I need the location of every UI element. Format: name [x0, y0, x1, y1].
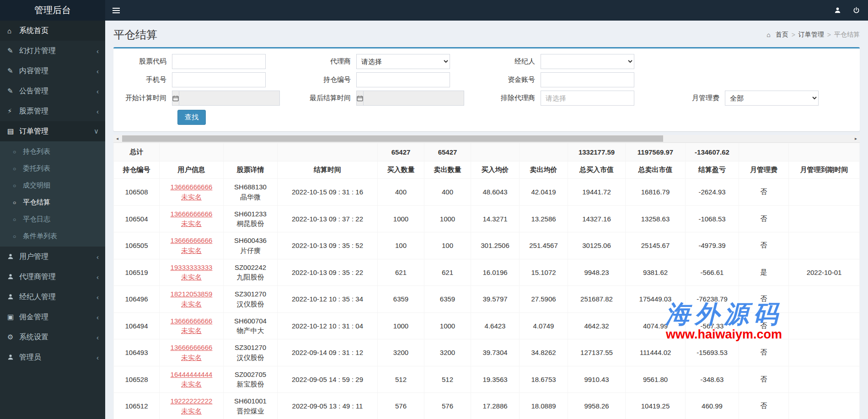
cell-sell_val: 111444.02 [626, 339, 686, 366]
sidebar-subitem-condition-list[interactable]: ○条件单列表 [0, 228, 105, 245]
horizontal-scrollbar[interactable]: ◄ ► [113, 135, 860, 143]
user-verify-link[interactable]: 未实名 [162, 379, 220, 389]
user-verify-link[interactable]: 未实名 [162, 406, 220, 416]
cell-buy_qty: 512 [378, 366, 424, 393]
cell-sell_qty: 512 [424, 366, 471, 393]
sidebar-item-slides[interactable]: ✎幻灯片管理‹ [0, 41, 105, 61]
cell-id: 106494 [114, 312, 160, 339]
cell-fee_expiry [789, 393, 860, 419]
cell-fee_expiry [789, 339, 860, 366]
scroll-left-arrow[interactable]: ◄ [113, 135, 121, 142]
sidebar-item-stocks[interactable]: ⚡股票管理‹ [0, 101, 105, 121]
edit-icon: ✎ [7, 47, 19, 55]
sidebar-item-users[interactable]: 用户管理‹ [0, 247, 105, 267]
scrollbar-track[interactable] [121, 135, 852, 142]
cell-buy_qty: 621 [378, 259, 424, 286]
circle-icon: ○ [13, 216, 23, 223]
circle-icon: ○ [13, 149, 23, 155]
user-verify-link[interactable]: 未实名 [162, 326, 220, 336]
sidebar-subitem-close-settlement[interactable]: ○平仓结算 [0, 194, 105, 211]
circle-icon: ○ [13, 199, 23, 206]
exclude-agent-input[interactable] [541, 91, 634, 106]
position-no-input[interactable] [356, 72, 450, 87]
sidebar-subitem-entrust-list[interactable]: ○委托列表 [0, 160, 105, 177]
user-phone-link[interactable]: 19333333333 [162, 263, 220, 273]
user-phone-link[interactable]: 13666666666 [162, 236, 220, 246]
circle-icon: ○ [13, 166, 23, 172]
search-button[interactable]: 查找 [177, 110, 206, 125]
sidebar-subitem-position-list[interactable]: ○持仓列表 [0, 143, 105, 160]
user-phone-link[interactable]: 13666666666 [162, 343, 220, 353]
fund-account-input[interactable] [541, 72, 634, 87]
cell-pl: -348.63 [686, 366, 739, 393]
user-phone-link[interactable]: 18212053859 [162, 289, 220, 299]
user-verify-link[interactable]: 未实名 [162, 246, 220, 256]
cell-sell_qty: 1000 [424, 205, 471, 232]
chevron-left-icon: ‹ [96, 273, 99, 281]
power-icon[interactable] [853, 7, 860, 14]
user-phone-link[interactable]: 13666666666 [162, 316, 220, 326]
sidebar-subitem-deal-detail[interactable]: ○成交明细 [0, 177, 105, 194]
chevron-left-icon: ‹ [96, 87, 99, 95]
table-row: 10650513666666666未实名SH600436片仔癀2022-10-1… [114, 232, 860, 259]
col-header-buy_val: 总买入市值 [568, 161, 626, 179]
breadcrumb-home-link[interactable]: 首页 [776, 31, 788, 39]
sidebar-item-notice[interactable]: ✎公告管理‹ [0, 81, 105, 101]
total-sell_qty: 65427 [424, 143, 471, 161]
exclude-agent-label: 排除代理商 [487, 94, 541, 102]
sidebar-item-commission[interactable]: ▣佣金管理‹ [0, 307, 105, 327]
cell-buy_qty: 3200 [378, 339, 424, 366]
sidebar-item-system-home[interactable]: ⌂系统首页 [0, 21, 105, 41]
sidebar-item-brokers[interactable]: 经纪人管理‹ [0, 287, 105, 307]
sidebar-item-content[interactable]: ✎内容管理‹ [0, 61, 105, 81]
sidebar-item-orders[interactable]: ▤订单管理∨ [0, 121, 105, 141]
chevron-left-icon: ‹ [96, 107, 99, 115]
user-info-cell: 13666666666未实名 [160, 312, 224, 339]
user-verify-link[interactable]: 未实名 [162, 353, 220, 363]
user-menu-icon[interactable] [834, 7, 841, 14]
breadcrumb-separator: > [792, 31, 795, 38]
breadcrumb-orders-link[interactable]: 订单管理 [798, 31, 824, 39]
start-time-input[interactable] [179, 91, 280, 106]
sidebar-item-admins[interactable]: 管理员‹ [0, 347, 105, 367]
monthly-fee-select[interactable]: 全部 [725, 91, 819, 106]
agent-select[interactable]: 请选择 [356, 54, 450, 69]
cell-sell_avg: 4.0749 [520, 312, 568, 339]
col-header-id: 持仓编号 [114, 161, 160, 179]
broker-select[interactable] [541, 54, 634, 69]
end-time-input[interactable] [363, 91, 464, 106]
cell-fee: 否 [739, 179, 789, 206]
calendar-icon[interactable] [356, 91, 363, 106]
sidebar-subitem-close-log[interactable]: ○平仓日志 [0, 211, 105, 228]
calendar-icon[interactable] [172, 91, 179, 106]
cell-buy_val: 19441.72 [568, 179, 626, 206]
user-verify-link[interactable]: 未实名 [162, 219, 220, 229]
scrollbar-thumb[interactable] [122, 135, 663, 142]
filter-end-time: 最后结算时间 [302, 91, 487, 106]
filter-fund-account: 资金账号 [487, 72, 671, 87]
user-verify-link[interactable]: 未实名 [162, 192, 220, 202]
user-verify-link[interactable]: 未实名 [162, 272, 220, 282]
cell-sell_val: 9561.80 [626, 366, 686, 393]
phone-input[interactable] [172, 72, 266, 87]
cell-sell_val: 25145.67 [626, 232, 686, 259]
stock-name: 九阳股份 [226, 272, 274, 282]
sidebar-item-label: 幻灯片管理 [19, 46, 96, 56]
user-phone-link[interactable]: 13666666666 [162, 209, 220, 219]
sidebar-subitem-label: 持仓列表 [23, 147, 50, 156]
stock-code-input[interactable] [172, 54, 266, 69]
user-phone-link[interactable]: 16444444444 [162, 370, 220, 380]
user-verify-link[interactable]: 未实名 [162, 299, 220, 309]
user-phone-link[interactable]: 19222222222 [162, 396, 220, 406]
sidebar-toggle-button[interactable] [105, 0, 127, 21]
cell-buy_qty: 100 [378, 232, 424, 259]
app-title[interactable]: 管理后台 [0, 0, 105, 21]
sidebar-item-agents[interactable]: 代理商管理‹ [0, 267, 105, 287]
top-navbar [105, 0, 868, 21]
sidebar-item-settings[interactable]: ⚙系统设置‹ [0, 327, 105, 347]
cell-sell_qty: 576 [424, 393, 471, 419]
cell-fee_expiry [789, 205, 860, 232]
scroll-right-arrow[interactable]: ► [852, 135, 860, 142]
user-phone-link[interactable]: 13666666666 [162, 182, 220, 192]
sidebar-item-label: 管理员 [19, 353, 96, 362]
